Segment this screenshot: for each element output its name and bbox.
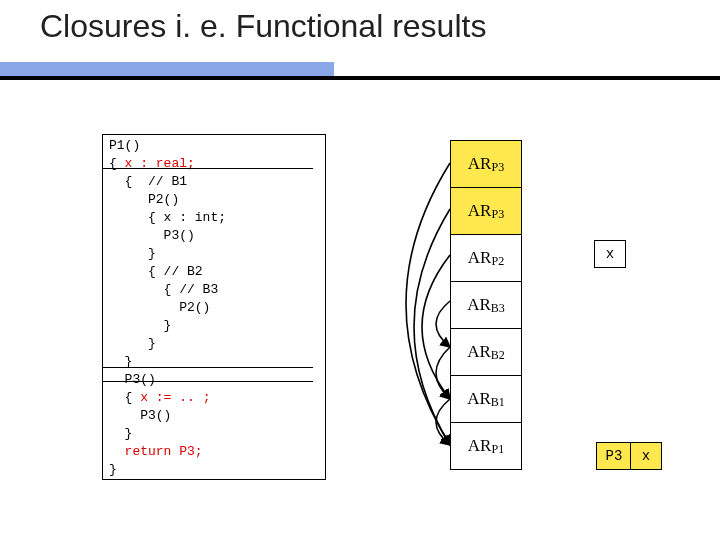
var-x-box: x bbox=[594, 240, 626, 268]
stack-cell-3: ARB3 bbox=[450, 281, 522, 328]
code-line: P1() bbox=[109, 138, 140, 153]
code-block: P1() { x : real; { // B1 P2() { x : int;… bbox=[102, 134, 326, 480]
code-line: { x : int; bbox=[109, 210, 226, 225]
closure-x-box: x bbox=[630, 442, 662, 470]
code-line: } bbox=[109, 336, 156, 351]
code-line: P2() bbox=[109, 300, 210, 315]
code-line: } bbox=[109, 462, 117, 477]
code-line: { // B3 bbox=[109, 282, 218, 297]
code-line: P3() bbox=[109, 408, 171, 423]
stack-cell-6: ARP1 bbox=[450, 422, 522, 470]
rule-black bbox=[0, 76, 720, 80]
code-divider bbox=[103, 381, 313, 382]
code-line: P3() bbox=[109, 228, 195, 243]
code-highlight: return P3; bbox=[125, 444, 203, 459]
code-line: P3() bbox=[109, 372, 156, 387]
code-line bbox=[109, 444, 125, 459]
title-underline bbox=[0, 62, 720, 82]
code-divider bbox=[103, 367, 313, 368]
stack-cell-4: ARB2 bbox=[450, 328, 522, 375]
code-line: } bbox=[109, 318, 171, 333]
stack-cell-0: ARP3 bbox=[450, 140, 522, 187]
code-line: { // B2 bbox=[109, 264, 203, 279]
code-line: } bbox=[109, 246, 156, 261]
stack-cell-5: ARB1 bbox=[450, 375, 522, 422]
stack-cell-1: ARP3 bbox=[450, 187, 522, 234]
closure-p3-box: P3 bbox=[596, 442, 632, 470]
stack-cell-2: ARP2 bbox=[450, 234, 522, 281]
code-line: P2() bbox=[109, 192, 179, 207]
code-line: { bbox=[109, 390, 140, 405]
rule-blue bbox=[0, 62, 334, 76]
activation-record-stack: ARP3ARP3ARP2ARB3ARB2ARB1ARP1 bbox=[450, 140, 522, 470]
code-highlight: x := .. ; bbox=[140, 390, 210, 405]
code-line: { // B1 bbox=[109, 174, 187, 189]
code-line: } bbox=[109, 426, 132, 441]
code-divider bbox=[103, 168, 313, 169]
page-title: Closures i. e. Functional results bbox=[40, 8, 486, 45]
static-link-arcs bbox=[360, 140, 460, 468]
